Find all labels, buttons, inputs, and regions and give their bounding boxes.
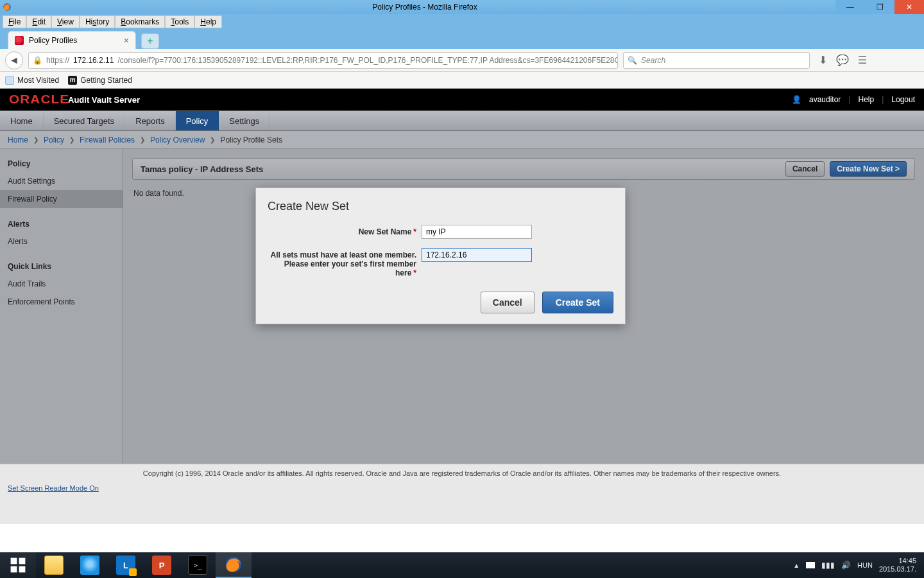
firefox-menubar: File Edit View History Bookmarks Tools H… (0, 14, 924, 30)
browser-tab[interactable]: Policy Profiles × (8, 31, 136, 49)
cmd-icon: >_ (188, 556, 207, 575)
menu-help[interactable]: Help (194, 15, 222, 28)
copyright-text: Copyright (c) 1996, 2014 Oracle and/or i… (143, 469, 781, 477)
start-button[interactable] (0, 552, 36, 578)
nav-settings[interactable]: Settings (219, 111, 270, 130)
crumb-home[interactable]: Home (8, 136, 28, 144)
window-minimize-button[interactable]: — (835, 0, 865, 14)
sidebar: Policy Audit Settings Firewall Policy Al… (0, 149, 123, 464)
ie-icon (80, 556, 99, 575)
tray-time: 14:45 (879, 557, 916, 565)
nav-home[interactable]: Home (0, 111, 44, 130)
back-button[interactable]: ◄ (5, 51, 23, 69)
window-maximize-button[interactable]: ❐ (865, 0, 894, 14)
sidebar-item-audit-settings[interactable]: Audit Settings (0, 172, 123, 190)
reader-mode-bar: Set Screen Reader Mode On (0, 482, 924, 497)
help-link[interactable]: Help (858, 95, 874, 104)
sidebar-item-audit-trails[interactable]: Audit Trails (0, 275, 123, 293)
new-set-name-input[interactable] (422, 225, 532, 239)
menu-history[interactable]: History (80, 15, 115, 28)
copyright-footer: Copyright (c) 1996, 2014 Oracle and/or i… (0, 464, 924, 482)
lync-icon: L (116, 556, 135, 575)
menu-icon[interactable]: ☰ (858, 54, 867, 66)
new-set-name-label: New Set Name* (268, 225, 422, 236)
windows-titlebar: Policy Profiles - Mozilla Firefox — ❐ ✕ (0, 0, 924, 14)
create-new-set-dialog: Create New Set New Set Name* All sets mu… (255, 188, 626, 324)
nav-reports[interactable]: Reports (125, 111, 176, 130)
tray-flag-icon[interactable] (806, 562, 815, 568)
taskbar-cmd[interactable]: >_ (180, 552, 216, 578)
taskbar-ie[interactable] (72, 552, 108, 578)
taskbar-firefox[interactable] (216, 552, 252, 578)
chat-icon[interactable]: 💬 (836, 54, 849, 66)
screen-reader-link[interactable]: Set Screen Reader Mode On (8, 484, 99, 492)
nav-secured-targets[interactable]: Secured Targets (44, 111, 125, 130)
url-scheme: https:// (46, 56, 69, 65)
sidebar-head-quick-links: Quick Links (0, 258, 123, 275)
tab-close-icon[interactable]: × (124, 35, 129, 46)
crumb-leaf: Policy Profile Sets (220, 136, 282, 144)
sidebar-item-alerts[interactable]: Alerts (0, 232, 123, 250)
window-title: Policy Profiles - Mozilla Firefox (14, 3, 835, 12)
url-bar[interactable]: 🔒 https://172.16.2.11/console/f?p=7700:1… (28, 52, 618, 69)
panel-header: Tamas policy - IP Address Sets Cancel Cr… (132, 158, 915, 180)
tab-title: Policy Profiles (29, 36, 77, 45)
svg-rect-1 (11, 558, 17, 565)
svg-rect-4 (19, 566, 26, 573)
bookmark-getting-started[interactable]: mGetting Started (68, 76, 132, 85)
bookmark-most-visited[interactable]: Most Visited (5, 76, 59, 85)
downloads-icon[interactable]: ⬇ (819, 54, 827, 66)
oracle-nav: Home Secured Targets Reports Policy Sett… (0, 110, 924, 131)
search-icon: 🔍 (628, 56, 637, 65)
menu-view[interactable]: View (51, 15, 80, 28)
bookmark-icon (5, 76, 14, 85)
sidebar-item-enforcement-points[interactable]: Enforcement Points (0, 293, 123, 311)
firefox-tabstrip: Policy Profiles × + (0, 30, 924, 49)
crumb-policy[interactable]: Policy (44, 136, 64, 144)
blank-area (0, 497, 924, 524)
crumb-firewall[interactable]: Firewall Policies (80, 136, 135, 144)
menu-file[interactable]: File (3, 15, 26, 28)
tray-clock[interactable]: 14:45 2015.03.17. (879, 557, 920, 574)
oracle-banner: ORACLE Audit Vault Server 👤 avauditor | … (0, 89, 924, 110)
taskbar-explorer[interactable] (36, 552, 72, 578)
svg-rect-3 (11, 566, 17, 573)
dialog-create-set-button[interactable]: Create Set (542, 292, 613, 313)
tray-date: 2015.03.17. (879, 565, 916, 574)
window-close-button[interactable]: ✕ (894, 0, 924, 14)
oracle-logo: ORACLE (9, 93, 69, 107)
panel-title: Tamas policy - IP Address Sets (141, 164, 263, 174)
tray-volume-icon[interactable]: 🔊 (841, 561, 851, 570)
search-bar[interactable]: 🔍 Search (623, 52, 810, 69)
taskbar-powerpoint[interactable]: P (144, 552, 180, 578)
search-placeholder: Search (641, 56, 665, 65)
panel-cancel-button[interactable]: Cancel (785, 161, 825, 177)
lock-icon: 🔒 (33, 56, 42, 65)
menu-bookmarks[interactable]: Bookmarks (115, 15, 165, 28)
sidebar-head-policy: Policy (0, 155, 123, 172)
logout-link[interactable]: Logout (891, 95, 915, 104)
taskbar-lync[interactable]: L (108, 552, 144, 578)
tab-favicon-icon (15, 36, 24, 45)
bookmark-icon: m (68, 76, 77, 85)
file-explorer-icon (44, 556, 64, 575)
menu-tools[interactable]: Tools (165, 15, 194, 28)
url-path: /console/f?p=7700:176:13539052897192::LE… (117, 56, 618, 65)
crumb-overview[interactable]: Policy Overview (150, 136, 205, 144)
user-name[interactable]: avauditor (809, 95, 841, 104)
dialog-cancel-button[interactable]: Cancel (481, 292, 535, 313)
menu-edit[interactable]: Edit (26, 15, 51, 28)
first-member-input[interactable] (422, 248, 532, 262)
panel-create-new-set-button[interactable]: Create New Set > (830, 161, 907, 177)
tray-language[interactable]: HUN (857, 561, 873, 569)
new-tab-button[interactable]: + (141, 33, 159, 49)
sidebar-item-firewall-policy[interactable]: Firewall Policy (0, 190, 123, 208)
firefox-icon (0, 3, 14, 12)
breadcrumb: Home❯ Policy❯ Firewall Policies❯ Policy … (0, 131, 924, 149)
nav-policy[interactable]: Policy (176, 111, 219, 130)
sidebar-head-alerts: Alerts (0, 216, 123, 232)
tray-overflow-icon[interactable]: ▲ (793, 562, 800, 569)
tray-network-icon[interactable]: ▮▮▮ (821, 561, 835, 570)
firefox-navbar: ◄ 🔒 https://172.16.2.11/console/f?p=7700… (0, 49, 924, 72)
url-host: 172.16.2.11 (73, 56, 114, 65)
